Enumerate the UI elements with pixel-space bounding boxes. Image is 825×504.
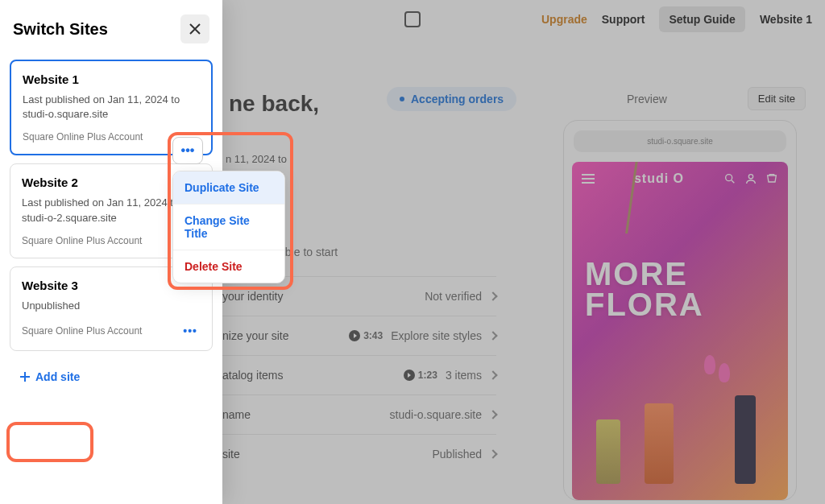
- add-site-button[interactable]: Add site: [13, 362, 86, 391]
- more-actions-button[interactable]: •••: [172, 137, 203, 164]
- site-card-title: Website 1: [23, 72, 200, 86]
- plus-icon: [19, 371, 31, 382]
- site-card-plan: Square Online Plus Account: [23, 131, 143, 143]
- site-card-published-info: Unpublished: [22, 299, 201, 313]
- menu-delete-site[interactable]: Delete Site: [173, 250, 284, 283]
- site-more-button[interactable]: •••: [180, 323, 201, 339]
- site-card-plan: Square Online Plus Account: [22, 325, 142, 337]
- close-icon: [189, 23, 201, 35]
- site-card-plan: Square Online Plus Account: [22, 235, 142, 246]
- site-card-published-info: Last published on Jan 11, 2024 to studi-…: [23, 93, 200, 122]
- close-button[interactable]: [180, 14, 209, 43]
- menu-change-title[interactable]: Change Site Title: [173, 204, 284, 250]
- menu-duplicate-site[interactable]: Duplicate Site: [173, 171, 284, 204]
- site-actions-popover: ••• Duplicate Site Change Site Title Del…: [172, 137, 290, 283]
- drawer-title: Switch Sites: [13, 20, 108, 39]
- add-site-label: Add site: [35, 370, 80, 383]
- site-actions-menu: Duplicate Site Change Site Title Delete …: [172, 171, 285, 283]
